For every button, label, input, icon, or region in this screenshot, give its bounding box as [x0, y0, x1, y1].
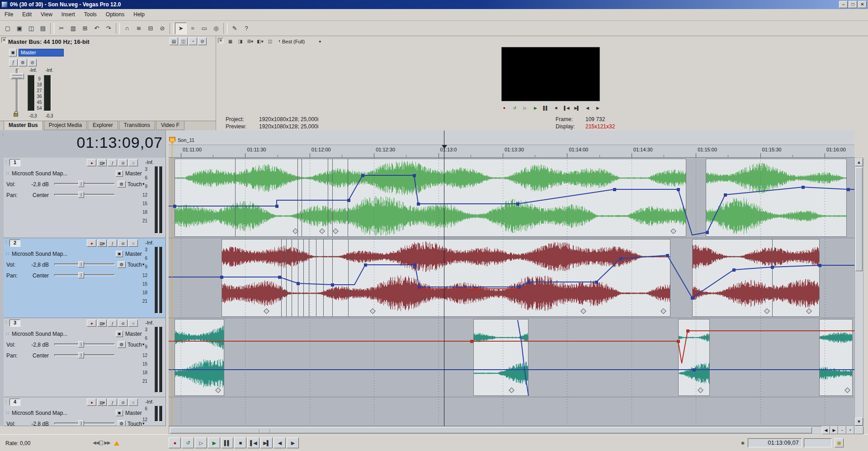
track-lane-2[interactable] — [169, 238, 854, 318]
volume-slider[interactable] — [54, 423, 115, 424]
scroll-left-button[interactable]: ◀ — [822, 426, 830, 434]
go-to-start-button[interactable]: ▌◀ — [247, 437, 259, 448]
time-ruler[interactable]: 01:11:0001:11:3001:12:0001:12:3001:13:00… — [169, 145, 854, 158]
project-properties-button[interactable]: ▤ — [37, 23, 49, 34]
track-automation-settings-button[interactable]: ▤▾ — [97, 319, 107, 327]
cursor-timecode[interactable]: 01:13:09,07 — [748, 438, 802, 447]
video-overlays-button[interactable]: ⊞▾ — [246, 38, 255, 45]
menu-item-file[interactable]: File — [0, 9, 18, 20]
timeline-horizontal-scrollbar[interactable]: ◀ ▶ − + — [169, 426, 854, 434]
bus-assignment-button[interactable]: ▣ — [116, 251, 123, 257]
redo-button[interactable]: ↷ — [103, 23, 114, 34]
master-bus-icon[interactable]: ▣ — [9, 49, 17, 56]
volume-slider[interactable] — [54, 343, 115, 345]
menu-item-insert[interactable]: Insert — [57, 9, 80, 20]
auto-ripple-button[interactable]: ≋ — [133, 23, 145, 34]
audio-event[interactable] — [692, 239, 820, 317]
scroll-right-button[interactable]: ▶ — [830, 426, 838, 434]
audio-event[interactable] — [678, 319, 710, 396]
paste-button[interactable]: ⊞ — [79, 23, 91, 34]
selection-length-box[interactable] — [804, 438, 832, 447]
track-solo-button[interactable]: ○ — [128, 399, 138, 406]
menu-item-tools[interactable]: Tools — [80, 9, 101, 20]
automation-device-button[interactable]: ⚙ — [118, 181, 126, 188]
automation-mode-caret[interactable]: ▾ — [142, 182, 145, 186]
cut-button[interactable]: ✂ — [56, 23, 67, 34]
playhead-handle[interactable] — [442, 145, 447, 149]
audio-event[interactable] — [706, 159, 847, 237]
track-arm-for-record-button[interactable]: ● — [87, 159, 96, 166]
play-from-start-button[interactable]: ▷ — [520, 104, 530, 112]
track-header-1[interactable]: ⋮⋮1●▤▾ƒ⊘○-Inf.∷Microsoft Sound Map...▣Ma… — [4, 158, 166, 238]
split-screen-view-button[interactable]: ◧▾ — [256, 38, 264, 45]
record-button[interactable]: ● — [499, 104, 509, 112]
copy-snapshot-button[interactable]: ◫ — [266, 38, 274, 45]
zoom-grip[interactable] — [270, 429, 271, 432]
scroll-up-button[interactable]: ▲ — [855, 158, 863, 166]
play-button[interactable]: ▶ — [208, 437, 220, 448]
lock-icon[interactable] — [14, 113, 18, 117]
audio-event[interactable] — [819, 319, 853, 396]
master-fader-thumb[interactable] — [10, 73, 24, 79]
automation-settings-button[interactable]: ⚙ — [19, 59, 27, 66]
tab-master-bus[interactable]: Master Bus — [4, 121, 43, 131]
audio-event[interactable] — [473, 319, 528, 396]
automation-device-button[interactable]: ⚙ — [118, 420, 126, 426]
volume-slider-thumb[interactable] — [78, 181, 84, 187]
downmix-output-button[interactable]: ◫ — [179, 38, 188, 45]
close-panel-icon[interactable]: ✕ — [218, 38, 223, 43]
volume-slider-thumb[interactable] — [78, 261, 84, 268]
preview-on-external-monitor-button[interactable]: ◨ — [236, 38, 245, 45]
automation-device-button[interactable]: ⚙ — [118, 341, 126, 348]
scrub-control[interactable]: ◀◀▶▶ — [93, 440, 110, 445]
bus-assignment-button[interactable]: ▣ — [116, 170, 123, 177]
track-track-fx-button[interactable]: ƒ — [108, 240, 117, 247]
loop-playback-button[interactable]: ↺ — [509, 104, 519, 112]
save-project-button[interactable]: ◫ — [25, 23, 37, 34]
close-button[interactable]: ✕ — [858, 1, 867, 8]
media-icon[interactable]: ▣ — [835, 438, 844, 447]
maximize-button[interactable]: □ — [849, 1, 857, 8]
track-mute-button[interactable]: ⊘ — [118, 319, 127, 327]
enable-snapping-button[interactable]: ∩ — [121, 23, 133, 34]
track-header-4[interactable]: ⋮⋮4●▤▾ƒ⊘○-Inf.∷Microsoft Sound Map...▣Ma… — [4, 397, 166, 426]
track-solo-button[interactable]: ○ — [128, 159, 138, 166]
tab-explorer[interactable]: Explorer — [88, 121, 118, 130]
menu-item-view[interactable]: View — [36, 9, 57, 20]
scrub-knob[interactable] — [99, 441, 103, 445]
track-lane-1[interactable] — [169, 158, 854, 238]
scrollbar-thumb[interactable] — [170, 427, 812, 433]
go-to-end-button[interactable]: ▶▌ — [260, 437, 273, 448]
automation-mode-caret[interactable]: ▾ — [142, 342, 145, 347]
preview-quality-dropdown[interactable]: Best (Full) ▾ — [280, 38, 323, 46]
next-frame-button[interactable]: ▶ — [287, 437, 299, 448]
stop-button[interactable]: ■ — [234, 437, 246, 448]
scrollbar-thumb[interactable] — [855, 167, 863, 271]
timeline-timecode[interactable]: 01:13:09,07 — [14, 134, 163, 151]
master-bus-name-field[interactable]: Master — [19, 49, 64, 56]
timeline-vertical-scrollbar[interactable]: ▲ ▼ — [854, 158, 863, 426]
track-track-fx-button[interactable]: ƒ — [108, 319, 117, 327]
volume-slider-thumb[interactable] — [78, 341, 84, 348]
zoom-edit-tool-button[interactable]: ◎ — [210, 23, 222, 34]
go-to-start-button[interactable]: ▌◀ — [561, 104, 571, 112]
pan-slider-thumb[interactable] — [78, 192, 84, 198]
track-mute-button[interactable]: ⊘ — [118, 159, 127, 166]
playhead-cursor[interactable] — [444, 131, 444, 426]
stop-button[interactable]: ■ — [551, 104, 561, 112]
pan-slider-thumb[interactable] — [78, 272, 84, 278]
audio-event[interactable] — [222, 239, 670, 317]
track-automation-settings-button[interactable]: ▤▾ — [97, 399, 107, 406]
prev-frame-button[interactable]: ◀ — [582, 104, 592, 112]
ignore-event-grouping-button[interactable]: ⊘ — [156, 23, 168, 34]
zoom-out-time-button[interactable]: − — [838, 426, 846, 434]
pan-slider[interactable] — [54, 194, 115, 196]
envelope-node[interactable] — [470, 340, 473, 343]
automation-mode-caret[interactable]: ▾ — [142, 262, 145, 267]
next-frame-button[interactable]: ▶ — [593, 104, 603, 112]
bus-properties-button[interactable]: ▤ — [170, 38, 178, 45]
mute-button[interactable]: ⊘ — [28, 59, 37, 66]
scroll-down-button[interactable]: ▼ — [855, 418, 863, 426]
play-from-start-button[interactable]: ▷ — [195, 437, 207, 448]
pause-button[interactable]: ▌▌ — [221, 437, 233, 448]
